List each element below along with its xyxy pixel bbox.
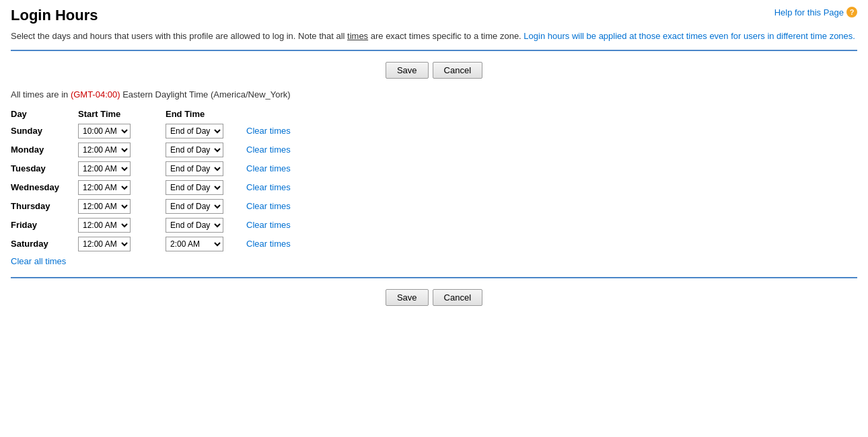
- start-time-cell: 12:00 AM1:00 AM2:00 AM3:00 AM4:00 AM5:00…: [78, 141, 166, 159]
- help-link[interactable]: Help for this Page ?: [774, 7, 857, 17]
- start-time-select[interactable]: 12:00 AM1:00 AM2:00 AM3:00 AM4:00 AM5:00…: [78, 161, 131, 176]
- end-time-cell: End of Day12:00 AM1:00 AM2:00 AM3:00 AM4…: [166, 178, 246, 197]
- action-cell: Clear times: [246, 178, 314, 197]
- page-title: Login Hours: [11, 7, 98, 24]
- login-hours-link[interactable]: Login hours will be applied at those exa…: [523, 31, 855, 41]
- start-time-select[interactable]: 12:00 AM1:00 AM2:00 AM3:00 AM4:00 AM5:00…: [78, 180, 131, 195]
- day-cell: Saturday: [11, 235, 78, 253]
- start-time-select[interactable]: 12:00 AM1:00 AM2:00 AM3:00 AM4:00 AM5:00…: [78, 199, 131, 214]
- login-hours-table: Day Start Time End Time Sunday12:00 AM1:…: [11, 108, 857, 266]
- bottom-cancel-button[interactable]: Cancel: [433, 289, 482, 306]
- table-row: Monday12:00 AM1:00 AM2:00 AM3:00 AM4:00 …: [11, 141, 314, 159]
- end-time-cell: End of Day12:00 AM1:00 AM2:00 AM3:00 AM4…: [166, 141, 246, 159]
- action-cell: Clear times: [246, 141, 314, 159]
- start-time-cell: 12:00 AM1:00 AM2:00 AM3:00 AM4:00 AM5:00…: [78, 216, 166, 235]
- day-cell: Monday: [11, 141, 78, 159]
- start-time-select[interactable]: 12:00 AM1:00 AM2:00 AM3:00 AM4:00 AM5:00…: [78, 237, 131, 251]
- clear-all-link[interactable]: Clear all times: [11, 256, 66, 266]
- top-divider: [11, 50, 857, 51]
- clear-times-link[interactable]: Clear times: [246, 163, 291, 173]
- day-cell: Friday: [11, 216, 78, 235]
- clear-times-link[interactable]: Clear times: [246, 239, 291, 249]
- start-time-select[interactable]: 12:00 AM1:00 AM2:00 AM3:00 AM4:00 AM5:00…: [78, 143, 131, 157]
- end-time-select[interactable]: End of Day12:00 AM1:00 AM2:00 AM3:00 AM4…: [166, 161, 223, 176]
- top-button-bar: Save Cancel: [11, 56, 857, 84]
- description: Select the days and hours that users wit…: [11, 30, 857, 43]
- action-cell: Clear times: [246, 159, 314, 178]
- col-end-time: End Time: [166, 108, 246, 122]
- end-time-cell: End of Day12:00 AM1:00 AM2:00 AM3:00 AM4…: [166, 197, 246, 216]
- end-time-select[interactable]: End of Day12:00 AM1:00 AM2:00 AM3:00 AM4…: [166, 218, 223, 233]
- table-row: Wednesday12:00 AM1:00 AM2:00 AM3:00 AM4:…: [11, 178, 314, 197]
- clear-times-link[interactable]: Clear times: [246, 126, 291, 136]
- day-cell: Thursday: [11, 197, 78, 216]
- end-time-cell: End of Day12:00 AM1:00 AM2:00 AM3:00 AM4…: [166, 235, 246, 253]
- clear-times-link[interactable]: Clear times: [246, 220, 291, 230]
- col-start-time: Start Time: [78, 108, 166, 122]
- table-row: Sunday12:00 AM1:00 AM2:00 AM3:00 AM4:00 …: [11, 122, 314, 141]
- end-time-cell: End of Day12:00 AM1:00 AM2:00 AM3:00 AM4…: [166, 216, 246, 235]
- end-time-select[interactable]: End of Day12:00 AM1:00 AM2:00 AM3:00 AM4…: [166, 237, 223, 251]
- timezone-name: Eastern Daylight Time (America/New_York): [120, 89, 291, 100]
- table-row: Friday12:00 AM1:00 AM2:00 AM3:00 AM4:00 …: [11, 216, 314, 235]
- clear-times-link[interactable]: Clear times: [246, 145, 291, 155]
- timezone-highlight: (GMT-04:00): [71, 89, 120, 100]
- end-time-cell: End of Day12:00 AM1:00 AM2:00 AM3:00 AM4…: [166, 159, 246, 178]
- help-link-text: Help for this Page: [774, 7, 844, 17]
- timezone-note: All times are in (GMT-04:00) Eastern Day…: [11, 84, 857, 102]
- bottom-divider: [11, 277, 857, 278]
- start-time-select[interactable]: 12:00 AM1:00 AM2:00 AM3:00 AM4:00 AM5:00…: [78, 218, 131, 233]
- end-time-select[interactable]: End of Day12:00 AM1:00 AM2:00 AM3:00 AM4…: [166, 180, 223, 195]
- start-time-cell: 12:00 AM1:00 AM2:00 AM3:00 AM4:00 AM5:00…: [78, 235, 166, 253]
- action-cell: Clear times: [246, 216, 314, 235]
- table-row: Tuesday12:00 AM1:00 AM2:00 AM3:00 AM4:00…: [11, 159, 314, 178]
- clear-times-link[interactable]: Clear times: [246, 182, 291, 192]
- action-cell: Clear times: [246, 197, 314, 216]
- bottom-save-button[interactable]: Save: [386, 289, 429, 306]
- clear-times-link[interactable]: Clear times: [246, 201, 291, 211]
- start-time-cell: 12:00 AM1:00 AM2:00 AM3:00 AM4:00 AM5:00…: [78, 159, 166, 178]
- day-cell: Sunday: [11, 122, 78, 141]
- help-icon: ?: [846, 7, 857, 17]
- end-time-select[interactable]: End of Day12:00 AM1:00 AM2:00 AM3:00 AM4…: [166, 199, 223, 214]
- table-row: Thursday12:00 AM1:00 AM2:00 AM3:00 AM4:0…: [11, 197, 314, 216]
- end-time-select[interactable]: End of Day12:00 AM1:00 AM2:00 AM3:00 AM4…: [166, 143, 223, 157]
- start-time-cell: 12:00 AM1:00 AM2:00 AM3:00 AM4:00 AM5:00…: [78, 178, 166, 197]
- action-cell: Clear times: [246, 235, 314, 253]
- start-time-select[interactable]: 12:00 AM1:00 AM2:00 AM3:00 AM4:00 AM5:00…: [78, 124, 131, 138]
- day-cell: Tuesday: [11, 159, 78, 178]
- timezone-prefix: All times are in: [11, 89, 71, 100]
- col-day: Day: [11, 108, 78, 122]
- bottom-button-bar: Save Cancel: [11, 284, 857, 311]
- end-time-cell: End of Day12:00 AM1:00 AM2:00 AM3:00 AM4…: [166, 122, 246, 141]
- col-action: [246, 108, 314, 122]
- day-cell: Wednesday: [11, 178, 78, 197]
- top-cancel-button[interactable]: Cancel: [433, 62, 482, 79]
- start-time-cell: 12:00 AM1:00 AM2:00 AM3:00 AM4:00 AM5:00…: [78, 197, 166, 216]
- action-cell: Clear times: [246, 122, 314, 141]
- start-time-cell: 12:00 AM1:00 AM2:00 AM3:00 AM4:00 AM5:00…: [78, 122, 166, 141]
- end-time-select[interactable]: End of Day12:00 AM1:00 AM2:00 AM3:00 AM4…: [166, 124, 223, 138]
- top-save-button[interactable]: Save: [386, 62, 429, 79]
- table-row: Saturday12:00 AM1:00 AM2:00 AM3:00 AM4:0…: [11, 235, 314, 253]
